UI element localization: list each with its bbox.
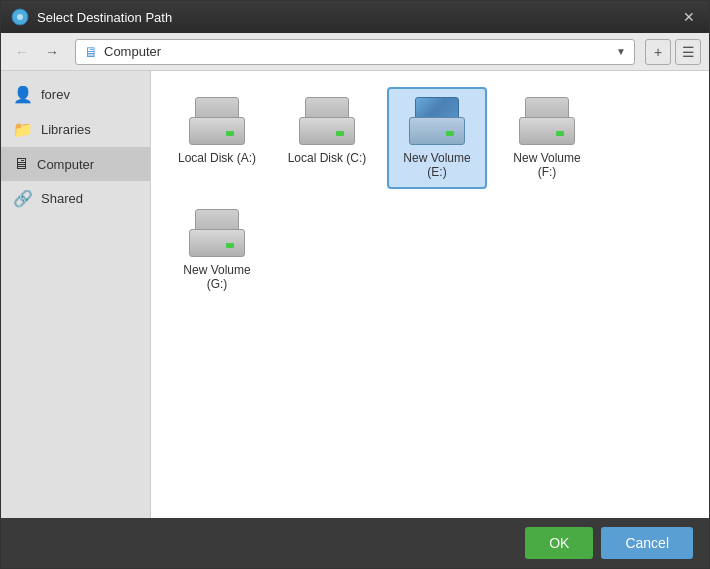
drive-icon-a xyxy=(185,97,249,145)
file-item-label-disk-c: Local Disk (C:) xyxy=(288,151,367,165)
sidebar-item-shared[interactable]: 🔗 Shared xyxy=(1,181,150,216)
drive-icon-g xyxy=(185,209,249,257)
close-button[interactable]: ✕ xyxy=(679,7,699,27)
cancel-button[interactable]: Cancel xyxy=(601,527,693,559)
drive-icon-f xyxy=(515,97,579,145)
file-item-label-disk-a: Local Disk (A:) xyxy=(178,151,256,165)
file-item-vol-g[interactable]: New Volume (G:) xyxy=(167,199,267,301)
dialog: Select Destination Path ✕ ← → 🖥 Computer… xyxy=(0,0,710,569)
file-item-label-vol-f: New Volume (F:) xyxy=(507,151,587,179)
drive-icon-c xyxy=(295,97,359,145)
user-icon: 👤 xyxy=(13,85,33,104)
computer-icon: 🖥 xyxy=(13,155,29,173)
dialog-title: Select Destination Path xyxy=(37,10,679,25)
title-bar-icon xyxy=(11,8,29,26)
file-item-vol-f[interactable]: New Volume (F:) xyxy=(497,87,597,189)
file-item-disk-a[interactable]: Local Disk (A:) xyxy=(167,87,267,189)
new-folder-button[interactable]: + xyxy=(645,39,671,65)
sidebar-label-computer: Computer xyxy=(37,157,94,172)
address-text: Computer xyxy=(104,44,610,59)
libraries-icon: 📁 xyxy=(13,120,33,139)
address-bar[interactable]: 🖥 Computer ▼ xyxy=(75,39,635,65)
file-item-vol-e[interactable]: New Volume (E:) xyxy=(387,87,487,189)
sidebar-label-shared: Shared xyxy=(41,191,83,206)
forward-button[interactable]: → xyxy=(39,39,65,65)
file-area: Local Disk (A:) Local Disk (C:) xyxy=(151,71,709,518)
main-content: 👤 forev 📁 Libraries 🖥 Computer 🔗 Shared xyxy=(1,71,709,518)
file-item-disk-c[interactable]: Local Disk (C:) xyxy=(277,87,377,189)
view-toggle-button[interactable]: ☰ xyxy=(675,39,701,65)
drive-icon-e xyxy=(405,97,469,145)
title-bar: Select Destination Path ✕ xyxy=(1,1,709,33)
back-button[interactable]: ← xyxy=(9,39,35,65)
sidebar-label-libraries: Libraries xyxy=(41,122,91,137)
toolbar: ← → 🖥 Computer ▼ + ☰ xyxy=(1,33,709,71)
footer: OK Cancel xyxy=(1,518,709,568)
file-item-label-vol-g: New Volume (G:) xyxy=(177,263,257,291)
file-item-label-vol-e: New Volume (E:) xyxy=(397,151,477,179)
sidebar-item-libraries[interactable]: 📁 Libraries xyxy=(1,112,150,147)
svg-point-1 xyxy=(17,14,23,20)
shared-icon: 🔗 xyxy=(13,189,33,208)
sidebar-item-forev[interactable]: 👤 forev xyxy=(1,77,150,112)
ok-button[interactable]: OK xyxy=(525,527,593,559)
sidebar-item-computer[interactable]: 🖥 Computer xyxy=(1,147,150,181)
sidebar: 👤 forev 📁 Libraries 🖥 Computer 🔗 Shared xyxy=(1,71,151,518)
address-dropdown-icon: ▼ xyxy=(616,46,626,57)
sidebar-label-forev: forev xyxy=(41,87,70,102)
address-icon: 🖥 xyxy=(84,44,98,60)
